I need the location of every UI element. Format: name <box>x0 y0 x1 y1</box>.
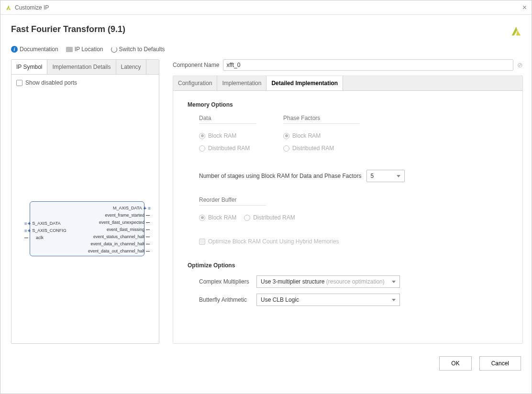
chevron-down-icon <box>392 299 396 301</box>
complex-mult-label: Complex Multipliers <box>199 278 252 285</box>
port-event-data-out-halt[interactable]: event_data_out_channel_halt <box>88 248 150 255</box>
radio-icon <box>199 215 205 221</box>
phase-dist-ram-radio[interactable]: Distributed RAM <box>283 145 360 152</box>
radio-icon <box>199 145 205 152</box>
info-icon: i <box>11 46 18 53</box>
data-block-ram-radio[interactable]: Block RAM <box>199 132 256 139</box>
component-name-value: xfft_0 <box>226 62 240 68</box>
reload-icon <box>111 46 117 53</box>
tab-ip-symbol[interactable]: IP Symbol <box>11 60 47 74</box>
chevron-down-icon <box>397 175 400 177</box>
titlebar: Customize IP × <box>0 0 532 15</box>
documentation-button[interactable]: i Documentation <box>11 46 58 53</box>
footer: OK Cancel <box>0 349 532 378</box>
port-s-axis-data[interactable]: ≡+S_AXIS_DATA <box>24 220 66 227</box>
phase-label: Phase Factors <box>283 115 360 124</box>
optimize-options-heading: Optimize Options <box>188 262 508 269</box>
chevron-down-icon <box>392 281 396 283</box>
tab-impl-details[interactable]: Implementation Details <box>47 60 116 74</box>
memory-options-heading: Memory Options <box>188 101 508 108</box>
tab-implementation[interactable]: Implementation <box>217 76 266 90</box>
show-disabled-checkbox[interactable]: Show disabled ports <box>16 79 154 86</box>
port-event-frame-started[interactable]: event_frame_started <box>88 212 150 219</box>
radio-icon <box>283 145 289 152</box>
component-name-row: Component Name xfft_0 ⊘ <box>173 59 523 71</box>
port-event-tlast-unexpected[interactable]: event_tlast_unexpected <box>88 219 150 226</box>
tab-latency[interactable]: Latency <box>116 60 146 74</box>
stages-label: Number of stages using Block RAM for Dat… <box>199 173 362 179</box>
left-tab-strip: IP Symbol Implementation Details Latency <box>11 60 159 75</box>
port-s-axis-config[interactable]: ≡+S_AXIS_CONFIG <box>24 227 66 234</box>
hybrid-memories-checkbox[interactable]: Optimize Block RAM Count Using Hybrid Me… <box>188 238 508 245</box>
tab-configuration[interactable]: Configuration <box>173 76 217 90</box>
reorder-dist-ram-radio[interactable]: Distributed RAM <box>244 214 295 221</box>
butterfly-select[interactable]: Use CLB Logic <box>256 294 400 306</box>
vendor-logo-icon <box>510 24 523 38</box>
stages-value: 5 <box>371 173 374 179</box>
switch-defaults-button[interactable]: Switch to Defaults <box>111 46 165 53</box>
stages-select[interactable]: 5 <box>366 170 405 182</box>
data-label: Data <box>199 115 256 124</box>
cancel-button[interactable]: Cancel <box>479 356 521 371</box>
port-event-data-in-halt[interactable]: event_data_in_channel_halt <box>88 241 150 248</box>
left-panel: IP Symbol Implementation Details Latency… <box>11 59 159 344</box>
folder-icon <box>66 47 73 52</box>
page-title: Fast Fourier Transform (9.1) <box>11 24 125 34</box>
checkbox-icon <box>16 80 22 86</box>
reorder-block-ram-radio[interactable]: Block RAM <box>199 214 236 221</box>
window-title: Customize IP <box>15 4 49 11</box>
port-aclk[interactable]: aclk <box>24 234 66 241</box>
phase-block-ram-radio[interactable]: Block RAM <box>283 132 360 139</box>
app-icon <box>5 4 12 11</box>
clear-input-icon[interactable]: ⊘ <box>517 61 523 69</box>
butterfly-label: Butterfly Arithmetic <box>199 296 252 303</box>
show-disabled-label: Show disabled ports <box>25 79 77 86</box>
close-icon[interactable]: × <box>522 3 527 12</box>
ok-button[interactable]: OK <box>439 356 471 371</box>
doc-label: Documentation <box>20 46 58 53</box>
right-panel: Component Name xfft_0 ⊘ Configuration Im… <box>173 59 523 344</box>
radio-icon <box>283 133 289 139</box>
phase-column: Phase Factors Block RAM Distributed RAM <box>283 115 360 157</box>
symbol-view: Show disabled ports ≡+S_AXIS_DATA ≡+S_AX… <box>11 75 159 343</box>
complex-mult-select[interactable]: Use 3-multiplier structure (resource opt… <box>256 275 400 288</box>
tab-detailed-impl[interactable]: Detailed Implementation <box>266 76 343 90</box>
hybrid-label: Optimize Block RAM Count Using Hybrid Me… <box>208 238 339 245</box>
component-name-input[interactable]: xfft_0 <box>223 59 513 71</box>
radio-icon <box>199 133 205 139</box>
port-event-status-halt[interactable]: event_status_channel_halt <box>88 233 150 241</box>
ip-symbol-block: ≡+S_AXIS_DATA ≡+S_AXIS_CONFIG aclk M_AXI… <box>30 201 144 256</box>
data-column: Data Block RAM Distributed RAM <box>199 115 256 157</box>
ip-location-button[interactable]: IP Location <box>66 46 103 53</box>
iploc-label: IP Location <box>75 46 103 53</box>
data-dist-ram-radio[interactable]: Distributed RAM <box>199 145 256 152</box>
config-panel: Configuration Implementation Detailed Im… <box>173 76 523 344</box>
radio-icon <box>244 215 250 221</box>
port-m-axis-data[interactable]: M_AXIS_DATA+≡ <box>88 205 150 212</box>
port-event-tlast-missing[interactable]: event_tlast_missing <box>88 226 150 233</box>
ports-right: M_AXIS_DATA+≡ event_frame_started event_… <box>88 205 150 255</box>
component-name-label: Component Name <box>173 62 219 68</box>
switch-label: Switch to Defaults <box>119 46 165 53</box>
ports-left: ≡+S_AXIS_DATA ≡+S_AXIS_CONFIG aclk <box>24 220 66 241</box>
toolbar: i Documentation IP Location Switch to De… <box>11 46 523 53</box>
reorder-label: Reorder Buffer <box>199 197 266 206</box>
config-tab-strip: Configuration Implementation Detailed Im… <box>173 76 522 91</box>
checkbox-icon <box>199 239 205 245</box>
